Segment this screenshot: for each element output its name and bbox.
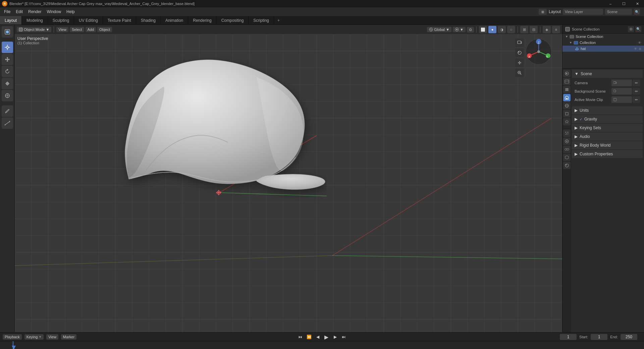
tab-rendering[interactable]: Rendering (188, 16, 216, 24)
solid-shading-btn[interactable]: ● (488, 26, 496, 33)
overlay-toggle-btn[interactable]: ⊞ (520, 26, 528, 33)
snap-dropdown[interactable]: ▼ (453, 27, 466, 32)
prop-tab-scene[interactable] (563, 94, 571, 101)
movie-clip-picker-btn[interactable]: ✏ (633, 96, 640, 103)
tab-layout[interactable]: Layout (0, 16, 22, 24)
gravity-check-icon: ✓ (580, 117, 582, 121)
active-workspace-icon[interactable]: ⊞ (539, 9, 547, 15)
end-frame-input[interactable]: 250 (621, 334, 637, 340)
jump-to-end-btn[interactable]: ⏭ (340, 333, 347, 341)
3d-viewport[interactable]: Object Mode ▼ View Select Add Object Glo… (15, 25, 562, 332)
object-menu-btn[interactable]: Object (97, 27, 112, 32)
prop-tab-output[interactable] (563, 78, 571, 85)
proportional-edit-btn[interactable]: ⊙ (467, 27, 474, 33)
prop-tab-view-layer[interactable] (563, 86, 571, 93)
rotate-tool-button[interactable] (2, 66, 13, 77)
menu-help[interactable]: Help (64, 9, 77, 15)
jump-back-btn[interactable]: ⏪ (305, 333, 313, 341)
step-back-btn[interactable]: ◀ (314, 333, 321, 341)
custom-properties-header[interactable]: ▶ Custom Properties (572, 150, 643, 158)
render-preview-icon[interactable] (515, 48, 524, 57)
keying-menu-btn[interactable]: Keying ▼ (24, 334, 44, 340)
tab-compositing[interactable]: Compositing (217, 16, 249, 24)
transform-tool-button[interactable] (2, 90, 13, 101)
tab-texture-paint[interactable]: Texture Paint (103, 16, 136, 24)
background-scene-prop-row: Background Scene ✏ (575, 88, 640, 95)
gravity-section-header[interactable]: ▶ ✓ Gravity (572, 115, 643, 123)
start-frame-input[interactable]: 1 (591, 334, 607, 340)
background-scene-picker-btn[interactable]: ✏ (633, 88, 640, 95)
outliner-scene-collection[interactable]: ▼ Scene Collection (562, 34, 644, 40)
gizmo-options-btn[interactable]: ◈ (543, 26, 551, 33)
xray-toggle-btn[interactable]: ⊟ (530, 26, 538, 33)
rendered-shading-btn[interactable]: ○ (507, 26, 515, 33)
view-menu-btn[interactable]: View (56, 27, 68, 32)
prop-tab-render[interactable] (563, 70, 571, 77)
menu-edit[interactable]: Edit (13, 9, 25, 15)
scene-dropdown[interactable]: Scene (605, 9, 632, 15)
audio-section-header[interactable]: ▶ Audio (572, 133, 643, 141)
cursor-tool-button[interactable] (2, 42, 13, 53)
zoom-view-icon[interactable] (515, 68, 524, 77)
wireframe-shading-btn[interactable]: ⬜ (479, 26, 487, 33)
prop-tab-object[interactable] (563, 110, 571, 117)
prop-tab-material[interactable] (563, 162, 571, 169)
playback-menu-btn[interactable]: Playback (3, 334, 22, 340)
camera-picker-btn[interactable]: ✏ (633, 80, 640, 86)
prop-tab-physics[interactable] (563, 138, 571, 145)
menu-window[interactable]: Window (44, 9, 64, 15)
navigation-gizmo[interactable]: Y X Z (525, 38, 552, 65)
units-section-header[interactable]: ▶ Units (572, 106, 643, 114)
prop-tab-constraints[interactable] (563, 146, 571, 153)
global-transform-dropdown[interactable]: Global ▼ (427, 27, 451, 32)
prop-tab-world[interactable] (563, 102, 571, 109)
prop-tab-modifier[interactable] (563, 118, 571, 126)
menu-file[interactable]: File (1, 9, 13, 15)
keying-sets-section-header[interactable]: ▶ Keying Sets (572, 124, 643, 132)
prop-tab-particles[interactable] (563, 130, 571, 137)
rigid-body-world-header[interactable]: ▶ Rigid Body World (572, 141, 643, 149)
close-button[interactable]: ✕ (631, 0, 644, 7)
tab-modeling[interactable]: Modeling (22, 16, 48, 24)
tab-sculpting[interactable]: Sculpting (48, 16, 74, 24)
outliner-filter-btn[interactable]: ⊟ (628, 26, 634, 32)
move-tool-button[interactable] (2, 54, 13, 65)
search-button[interactable]: 🔍 (634, 9, 640, 15)
current-frame-input[interactable]: 1 (560, 334, 577, 340)
tab-scripting[interactable]: Scripting (249, 16, 274, 24)
tab-uv-editing[interactable]: UV Editing (74, 16, 103, 24)
minimize-button[interactable]: – (604, 0, 617, 7)
outliner-search-btn[interactable]: 🔍 (635, 26, 641, 32)
marker-menu-btn[interactable]: Marker (61, 334, 76, 340)
scale-tool-button[interactable] (2, 78, 13, 89)
jump-to-start-btn[interactable]: ⏮ (297, 333, 304, 341)
svg-rect-49 (565, 88, 569, 89)
outliner-hat-item[interactable]: hat 👁 ⊕ (562, 46, 644, 52)
tab-animation[interactable]: Animation (161, 16, 188, 24)
background-scene-value[interactable] (611, 88, 632, 95)
camera-view-icon[interactable] (515, 38, 524, 47)
timeline-ruler[interactable] (0, 341, 644, 349)
menu-render[interactable]: Render (25, 9, 44, 15)
annotate-tool-button[interactable] (2, 105, 13, 117)
material-preview-btn[interactable]: ◑ (498, 26, 506, 33)
view-menu-btn-tl[interactable]: View (46, 334, 58, 340)
scene-section-header[interactable]: ▼ Scene (572, 70, 643, 78)
outliner-collection[interactable]: ▼ Collection 👁 (562, 40, 644, 46)
prop-tab-data[interactable] (563, 154, 571, 161)
overlay-options-btn[interactable]: ≡ (552, 26, 560, 33)
view-layer-dropdown[interactable]: View Layer (563, 9, 603, 15)
object-mode-dropdown[interactable]: Object Mode ▼ (17, 27, 51, 32)
select-menu-btn[interactable]: Select (70, 27, 84, 32)
active-movie-clip-value[interactable] (611, 96, 632, 103)
play-btn[interactable]: ▶ (323, 333, 330, 341)
maximize-button[interactable]: ☐ (617, 0, 631, 7)
add-menu-btn[interactable]: Add (86, 27, 96, 32)
tab-shading[interactable]: Shading (136, 16, 161, 24)
pan-view-icon[interactable] (515, 58, 524, 67)
mode-select-dropdown[interactable] (2, 26, 13, 38)
step-fwd-btn[interactable]: ▶ (331, 333, 339, 341)
camera-value[interactable] (611, 80, 632, 86)
add-workspace-button[interactable]: + (274, 16, 283, 24)
measure-tool-button[interactable] (2, 117, 13, 129)
